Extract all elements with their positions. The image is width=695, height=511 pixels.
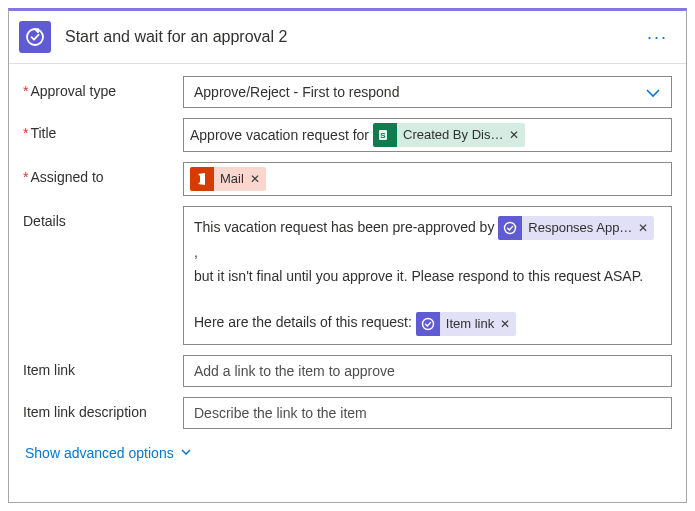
- token-remove[interactable]: ✕: [250, 168, 260, 190]
- label-assigned-to: Assigned to: [23, 162, 183, 185]
- label-item-link: Item link: [23, 355, 183, 378]
- approval-type-dropdown[interactable]: Approve/Reject - First to respond: [183, 76, 672, 108]
- svg-text:S: S: [380, 131, 386, 140]
- row-title: Title Approve vacation request for S Cre…: [23, 118, 672, 152]
- item-link-input[interactable]: [183, 355, 672, 387]
- token-label: Item link: [446, 312, 494, 336]
- card-body: Approval type Approve/Reject - First to …: [9, 64, 686, 471]
- row-item-link-desc: Item link description: [23, 397, 672, 429]
- item-link-desc-input[interactable]: [183, 397, 672, 429]
- label-details: Details: [23, 206, 183, 229]
- approvals-icon: [19, 21, 51, 53]
- row-approval-type: Approval type Approve/Reject - First to …: [23, 76, 672, 108]
- token-label: Created By Dis…: [403, 124, 503, 146]
- row-assigned-to: Assigned to Mail ✕: [23, 162, 672, 196]
- svg-point-3: [505, 223, 516, 234]
- svg-point-0: [27, 29, 43, 45]
- row-details: Details This vacation request has been p…: [23, 206, 672, 345]
- details-text-3: Here are the details of this request:: [194, 314, 416, 330]
- token-responses-app[interactable]: Responses App… ✕: [498, 216, 654, 240]
- action-card: Start and wait for an approval 2 ··· App…: [8, 8, 687, 503]
- show-advanced-options[interactable]: Show advanced options: [23, 439, 672, 463]
- approvals-token-icon: [498, 216, 522, 240]
- chevron-down-icon: [645, 85, 661, 104]
- row-item-link: Item link: [23, 355, 672, 387]
- chevron-down-icon: [180, 445, 192, 461]
- office-icon: [190, 167, 214, 191]
- details-text-1a: This vacation request has been pre-appro…: [194, 219, 498, 235]
- token-remove[interactable]: ✕: [500, 312, 510, 336]
- token-remove[interactable]: ✕: [509, 124, 519, 146]
- approvals-token-icon: [416, 312, 440, 336]
- token-mail[interactable]: Mail ✕: [190, 167, 266, 191]
- card-title[interactable]: Start and wait for an approval 2: [65, 28, 643, 46]
- token-label: Mail: [220, 168, 244, 190]
- label-item-link-desc: Item link description: [23, 397, 183, 420]
- card-header: Start and wait for an approval 2 ···: [9, 11, 686, 64]
- title-text: Approve vacation request for: [190, 124, 369, 146]
- label-title: Title: [23, 118, 183, 141]
- token-label: Responses App…: [528, 216, 632, 240]
- token-remove[interactable]: ✕: [638, 216, 648, 240]
- token-item-link[interactable]: Item link ✕: [416, 312, 516, 336]
- sharepoint-icon: S: [373, 123, 397, 147]
- assigned-to-input[interactable]: Mail ✕: [183, 162, 672, 196]
- advanced-link-text: Show advanced options: [25, 445, 174, 461]
- svg-point-4: [422, 318, 433, 329]
- token-created-by[interactable]: S Created By Dis… ✕: [373, 123, 525, 147]
- title-input[interactable]: Approve vacation request for S Created B…: [183, 118, 672, 152]
- label-approval-type: Approval type: [23, 76, 183, 99]
- details-input[interactable]: This vacation request has been pre-appro…: [183, 206, 672, 345]
- details-text-2: but it isn't final until you approve it.…: [194, 264, 661, 288]
- more-menu-button[interactable]: ···: [643, 27, 672, 48]
- approval-type-value: Approve/Reject - First to respond: [194, 84, 399, 100]
